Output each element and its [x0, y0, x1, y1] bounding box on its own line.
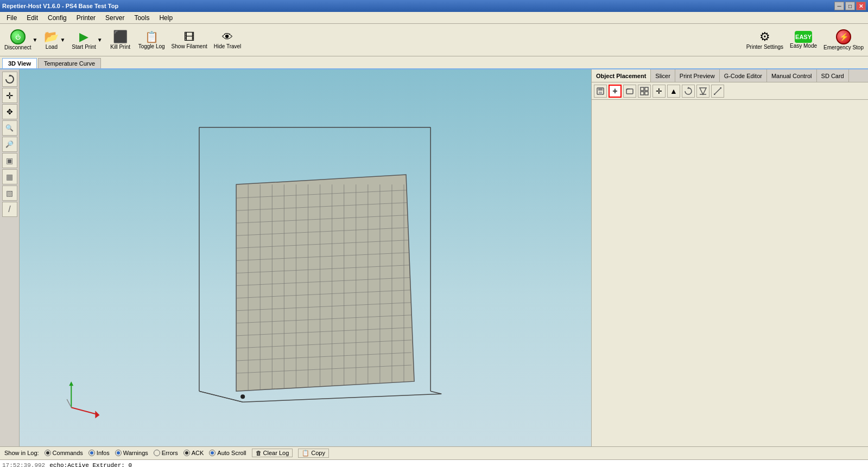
tab-3d-view[interactable]: 3D View — [2, 58, 37, 68]
left-viewport-area: ✛ ✥ 🔍 🔎 ▣ ▦ ▧ — [0, 69, 591, 446]
filter-commands[interactable]: Commands — [45, 450, 83, 456]
object-up-button[interactable]: ▲ — [667, 85, 680, 98]
open-object-button[interactable] — [623, 85, 636, 98]
rotate-button[interactable] — [2, 72, 17, 87]
main-content: ✛ ✥ 🔍 🔎 ▣ ▦ ▧ — [0, 69, 868, 446]
hide-travel-icon: 👁 — [222, 31, 233, 43]
svg-rect-48 — [626, 89, 633, 94]
svg-marker-41 — [69, 381, 73, 386]
toggle-log-icon: 📋 — [145, 30, 159, 43]
auto-scroll-radio[interactable] — [209, 450, 216, 456]
toggle-log-button[interactable]: 📋 Toggle Log — [136, 25, 167, 55]
app-title: Repetier-Host V1.6.0 - PS4 Base Test Top — [2, 3, 118, 9]
close-button[interactable]: ✕ — [856, 2, 866, 10]
pan-icon: ✥ — [7, 107, 13, 116]
svg-marker-54 — [700, 88, 706, 94]
move-button[interactable]: ✛ — [2, 88, 17, 103]
warnings-label: Warnings — [123, 450, 148, 456]
iso-view-button[interactable]: ▧ — [2, 185, 17, 201]
top-view-button[interactable]: ▦ — [2, 169, 17, 184]
svg-line-42 — [71, 407, 96, 414]
menu-tools[interactable]: Tools — [130, 13, 154, 23]
list-item: 17:52:39.992 echo:Active Extruder: 0 — [2, 461, 866, 467]
warnings-radio[interactable] — [115, 450, 122, 456]
center-object-button[interactable]: ✛ — [652, 85, 666, 98]
scale-object-button[interactable] — [711, 85, 724, 98]
menu-printer[interactable]: Printer — [72, 13, 100, 23]
minimize-button[interactable]: ─ — [834, 2, 844, 10]
log-time: 17:52:39.992 — [2, 461, 45, 467]
tab-temperature-curve[interactable]: Temperature Curve — [38, 58, 101, 68]
log-area: Show in Log: Commands Infos Warnings Err… — [0, 446, 868, 467]
tab-print-preview[interactable]: Print Preview — [675, 69, 720, 82]
tab-gcode-editor[interactable]: G-Code Editor — [720, 69, 767, 82]
auto-scroll-label: Auto Scroll — [217, 450, 246, 456]
printer-settings-button[interactable]: ⚙ Printer Settings — [744, 25, 785, 55]
rotate-object-button[interactable] — [682, 85, 695, 98]
filter-errors[interactable]: Errors — [154, 450, 178, 456]
kill-print-button[interactable]: ⬛ Kill Print — [107, 25, 134, 55]
menu-config[interactable]: Config — [43, 13, 71, 23]
tab-slicer[interactable]: Slicer — [651, 69, 675, 82]
front-view-icon: ▣ — [6, 156, 13, 165]
tab-sd-card[interactable]: SD Card — [817, 69, 849, 82]
maximize-button[interactable]: □ — [845, 2, 855, 10]
show-filament-icon: 🎞 — [184, 31, 195, 43]
load-dropdown[interactable]: ▼ — [60, 37, 65, 43]
easy-mode-button[interactable]: EASY Easy Mode — [788, 25, 819, 55]
svg-rect-47 — [599, 92, 602, 94]
menu-edit[interactable]: Edit — [22, 13, 42, 23]
disconnect-button[interactable]: ⏻ Disconnect ▼ — [2, 25, 40, 55]
svg-marker-9 — [236, 175, 414, 391]
svg-marker-43 — [95, 411, 99, 418]
filter-ack[interactable]: ACK — [183, 450, 204, 456]
svg-line-5 — [430, 391, 441, 394]
svg-point-39 — [240, 394, 245, 399]
diag-button[interactable]: / — [2, 202, 17, 217]
clear-log-label: Clear Log — [263, 450, 289, 456]
zoom-out-icon: 🔎 — [5, 140, 14, 148]
copy-button[interactable]: 📋 Copy — [298, 449, 329, 458]
load-icon: 📂 — [44, 30, 59, 44]
grid-arrange-button[interactable] — [638, 85, 651, 98]
mirror-object-button[interactable] — [696, 85, 709, 98]
clear-log-button[interactable]: 🗑 Clear Log — [252, 449, 293, 457]
emergency-stop-button[interactable]: ⚡ Emergency Stop — [821, 25, 866, 55]
svg-rect-46 — [598, 88, 603, 91]
top-view-icon: ▦ — [6, 172, 13, 181]
menu-file[interactable]: File — [2, 13, 21, 23]
kill-print-icon: ⬛ — [113, 30, 128, 44]
front-view-button[interactable]: ▣ — [2, 153, 17, 168]
disconnect-dropdown[interactable]: ▼ — [32, 37, 37, 43]
main-tab-bar: 3D View Temperature Curve — [0, 56, 868, 69]
viewport-3d[interactable] — [20, 69, 591, 446]
ack-radio[interactable] — [183, 450, 190, 456]
zoom-in-icon: 🔍 — [5, 124, 14, 132]
show-filament-button[interactable]: 🎞 Show Filament — [169, 25, 210, 55]
filter-infos[interactable]: Infos — [88, 450, 110, 456]
svg-line-44 — [67, 399, 71, 407]
right-panel: Object Placement Slicer Print Preview G-… — [591, 69, 868, 446]
title-bar-controls[interactable]: ─ □ ✕ — [834, 2, 866, 10]
save-object-button[interactable] — [594, 85, 607, 98]
errors-label: Errors — [162, 450, 178, 456]
start-print-button[interactable]: ▶ Start Print ▼ — [69, 25, 104, 55]
commands-radio[interactable] — [45, 450, 51, 456]
infos-radio[interactable] — [88, 450, 95, 456]
pan-button[interactable]: ✥ — [2, 104, 17, 119]
add-object-button[interactable]: + — [609, 85, 622, 98]
printer-settings-icon: ⚙ — [759, 30, 770, 44]
filter-warnings[interactable]: Warnings — [115, 450, 148, 456]
filter-auto-scroll[interactable]: Auto Scroll — [209, 450, 246, 456]
zoom-out-button[interactable]: 🔎 — [2, 137, 17, 152]
tab-object-placement[interactable]: Object Placement — [592, 69, 651, 82]
load-button[interactable]: 📂 Load ▼ — [42, 25, 67, 55]
start-print-dropdown[interactable]: ▼ — [97, 37, 103, 43]
hide-travel-button[interactable]: 👁 Hide Travel — [212, 25, 244, 55]
zoom-in-button[interactable]: 🔍 — [2, 120, 17, 136]
start-print-icon: ▶ — [79, 30, 88, 44]
errors-radio[interactable] — [154, 450, 160, 456]
menu-server[interactable]: Server — [101, 13, 129, 23]
tab-manual-control[interactable]: Manual Control — [767, 69, 817, 82]
menu-help[interactable]: Help — [155, 13, 177, 23]
